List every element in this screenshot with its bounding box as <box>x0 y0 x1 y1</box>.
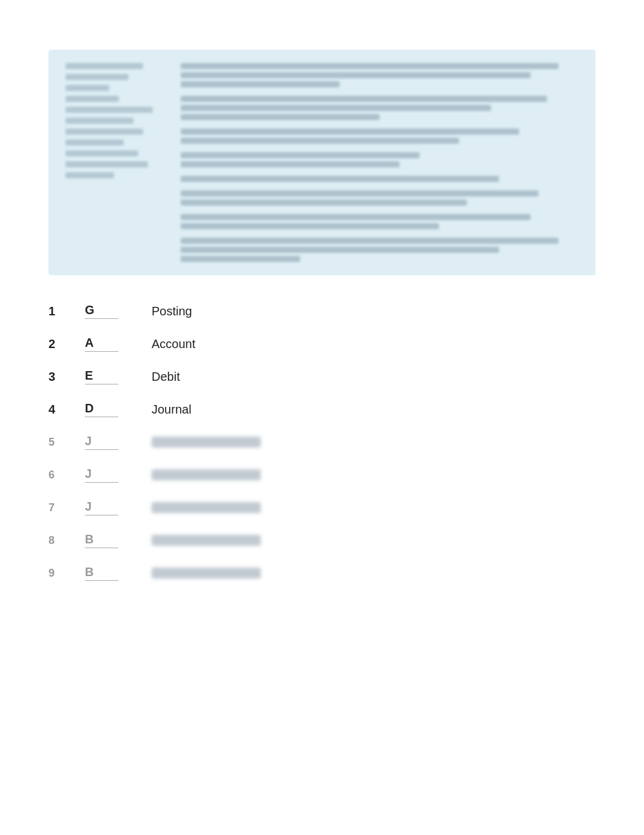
row-letter: A <box>85 336 133 352</box>
row-letter: J <box>85 434 133 450</box>
row-letter: D <box>85 401 133 417</box>
answer-row: 1GPosting <box>49 297 595 325</box>
row-letter: G <box>85 303 133 319</box>
row-number: 5 <box>49 436 85 449</box>
blurred-right-column <box>181 63 579 262</box>
blurred-left-column <box>65 63 163 262</box>
row-number: 7 <box>49 501 85 514</box>
row-term-blurred <box>152 437 261 448</box>
row-term: Posting <box>152 304 192 318</box>
row-number: 2 <box>49 337 85 351</box>
row-number: 4 <box>49 403 85 417</box>
row-term-blurred <box>152 568 261 578</box>
row-term: Journal <box>152 403 192 417</box>
answer-row: 8B <box>49 526 595 554</box>
row-letter: J <box>85 467 133 483</box>
row-number: 3 <box>49 370 85 384</box>
blurred-reference-box <box>49 50 595 275</box>
row-term-blurred <box>152 535 261 546</box>
row-number: 8 <box>49 534 85 547</box>
row-term: Account <box>152 337 195 351</box>
row-letter: J <box>85 500 133 515</box>
row-letter: E <box>85 369 133 384</box>
row-letter: B <box>85 532 133 548</box>
answer-row: 5J <box>49 428 595 456</box>
answer-row: 2AAccount <box>49 330 595 358</box>
answer-row: 9B <box>49 559 595 587</box>
row-number: 6 <box>49 469 85 481</box>
row-term-blurred <box>152 502 261 513</box>
row-number: 1 <box>49 304 85 318</box>
row-term: Debit <box>152 370 180 384</box>
row-number: 9 <box>49 567 85 580</box>
answer-section: 1GPosting2AAccount3EDebit4DJournal5J6J7J… <box>49 297 595 587</box>
answer-row: 3EDebit <box>49 363 595 391</box>
answer-row: 6J <box>49 461 595 489</box>
answer-row: 4DJournal <box>49 395 595 423</box>
row-letter: B <box>85 565 133 581</box>
answer-row: 7J <box>49 494 595 521</box>
row-term-blurred <box>152 469 261 480</box>
